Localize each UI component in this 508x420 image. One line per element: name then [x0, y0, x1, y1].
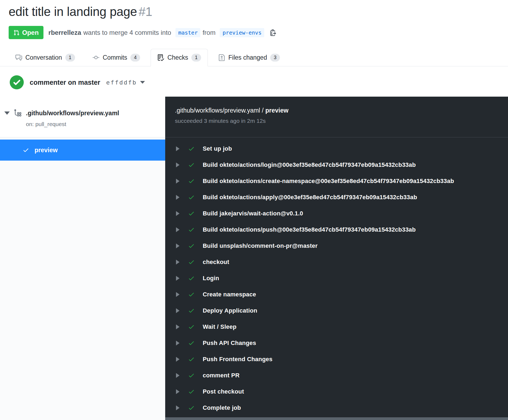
- path-separator: /: [260, 107, 265, 114]
- step-row[interactable]: Deploy Application: [165, 303, 508, 319]
- workflow-group: .github/workflows/preview.yaml on: pull_…: [0, 97, 165, 137]
- step-row[interactable]: Post checkout: [165, 384, 508, 400]
- expand-step-icon[interactable]: [176, 357, 180, 362]
- page-title: edit title in landing page#1: [9, 4, 499, 19]
- steps-list: Set up job Build okteto/actions/login@00…: [165, 137, 508, 416]
- step-row[interactable]: Build jakejarvis/wait-action@v0.1.0: [165, 205, 508, 222]
- commit-sha[interactable]: effddfb: [106, 79, 137, 86]
- workflow-path: .github/workflows/preview.yaml: [175, 107, 260, 114]
- step-name: Wait / Sleep: [203, 323, 236, 330]
- step-row[interactable]: Push Frontend Changes: [165, 351, 508, 367]
- checks-main: .github/workflows/preview.yaml on: pull_…: [0, 97, 508, 420]
- sidebar-job-preview[interactable]: preview: [0, 140, 165, 161]
- expand-step-icon[interactable]: [176, 179, 180, 184]
- step-row[interactable]: Build okteto/actions/login@00e3ef35e8ed4…: [165, 157, 508, 173]
- step-success-check-icon: [188, 307, 195, 314]
- tab-checks[interactable]: Checks 1: [151, 49, 208, 66]
- step-success-check-icon: [188, 372, 195, 379]
- step-row[interactable]: Push API Changes: [165, 335, 508, 351]
- expand-step-icon[interactable]: [176, 373, 180, 378]
- expand-step-icon[interactable]: [176, 405, 180, 410]
- expand-step-icon[interactable]: [176, 227, 180, 232]
- pr-state-label: Open: [22, 29, 39, 36]
- step-success-check-icon: [188, 178, 195, 184]
- job-name: preview: [35, 147, 58, 154]
- merge-text: wants to merge 4 commits into: [83, 29, 171, 36]
- pr-author-link[interactable]: rberrelleza: [48, 29, 81, 36]
- expand-step-icon[interactable]: [176, 389, 180, 394]
- step-name: Build okteto/actions/apply@00e3ef35e8ed4…: [203, 194, 417, 201]
- step-name: checkout: [203, 259, 229, 266]
- workflow-icon: [13, 109, 22, 117]
- step-success-check-icon: [188, 194, 195, 201]
- pr-number: #1: [139, 5, 153, 19]
- step-row[interactable]: Build okteto/actions/push@00e3ef35e8ed47…: [165, 222, 508, 238]
- step-name: Push API Changes: [203, 340, 256, 347]
- git-commit-icon: [92, 54, 100, 61]
- pr-title-text: edit title in landing page: [9, 5, 137, 19]
- job-status-line: succeeded 3 minutes ago in 2m 12s: [175, 118, 498, 124]
- step-name: Build okteto/actions/push@00e3ef35e8ed47…: [203, 226, 416, 233]
- workflow-header[interactable]: .github/workflows/preview.yaml: [4, 109, 161, 117]
- expand-step-icon[interactable]: [176, 260, 180, 265]
- step-row[interactable]: Build unsplash/comment-on-pr@master: [165, 238, 508, 254]
- tab-files-changed[interactable]: Files changed 3: [212, 49, 287, 66]
- step-success-check-icon: [188, 324, 195, 330]
- step-name: Set up job: [203, 145, 232, 152]
- step-row[interactable]: Complete job: [165, 400, 508, 416]
- tab-conversation[interactable]: Conversation 1: [9, 49, 82, 66]
- collapse-workflow-icon[interactable]: [4, 111, 10, 115]
- step-success-check-icon: [188, 162, 195, 168]
- expand-step-icon[interactable]: [176, 211, 180, 216]
- job-panel-header: .github/workflows/preview.yaml / preview…: [165, 97, 508, 137]
- expand-step-icon[interactable]: [176, 341, 180, 346]
- step-row[interactable]: Create namespace: [165, 286, 508, 303]
- step-row[interactable]: Login: [165, 270, 508, 286]
- expand-step-icon[interactable]: [176, 195, 180, 200]
- pr-tab-bar: Conversation 1 Commits 4 Checks 1 Files …: [0, 49, 508, 66]
- copy-branch-button[interactable]: [270, 29, 277, 37]
- step-success-check-icon: [188, 356, 195, 363]
- step-name: Login: [203, 275, 219, 282]
- expand-step-icon[interactable]: [176, 146, 180, 151]
- expand-step-icon[interactable]: [176, 292, 180, 297]
- tab-count-badge: 4: [130, 54, 140, 62]
- expand-step-icon[interactable]: [176, 308, 180, 313]
- step-name: Build okteto/actions/login@00e3ef35e8ed4…: [203, 161, 416, 168]
- git-pull-request-icon: [13, 29, 19, 36]
- step-row[interactable]: comment PR: [165, 367, 508, 384]
- job-panel-title: .github/workflows/preview.yaml / preview: [175, 107, 498, 114]
- step-row[interactable]: Set up job: [165, 141, 508, 157]
- expand-step-icon[interactable]: [176, 324, 180, 329]
- tab-label: Checks: [167, 54, 188, 61]
- step-name: comment PR: [203, 372, 239, 379]
- base-branch-label[interactable]: master: [175, 28, 200, 37]
- step-success-check-icon: [188, 405, 195, 411]
- step-row[interactable]: Build okteto/actions/apply@00e3ef35e8ed4…: [165, 189, 508, 205]
- step-name: Complete job: [203, 404, 241, 411]
- step-name: Create namespace: [203, 291, 256, 298]
- job-panel-job-name: preview: [265, 107, 289, 114]
- workflow-sidebar: .github/workflows/preview.yaml on: pull_…: [0, 97, 165, 420]
- step-row[interactable]: Build okteto/actions/create-namespace@00…: [165, 173, 508, 189]
- step-row[interactable]: checkout: [165, 254, 508, 270]
- check-run-title: commenter on master: [30, 79, 100, 86]
- head-branch-label[interactable]: preview-envs: [220, 28, 264, 37]
- expand-step-icon[interactable]: [176, 162, 180, 167]
- step-name: Post checkout: [203, 388, 244, 395]
- expand-step-icon[interactable]: [176, 243, 180, 248]
- tab-count-badge: 1: [65, 54, 75, 62]
- tab-count-badge: 1: [191, 54, 201, 62]
- chevron-down-icon[interactable]: [140, 81, 145, 84]
- tab-commits[interactable]: Commits 4: [86, 49, 147, 66]
- step-name: Build jakejarvis/wait-action@v0.1.0: [203, 210, 303, 217]
- tab-label: Files changed: [228, 54, 267, 61]
- step-name: Build okteto/actions/create-namespace@00…: [203, 178, 454, 185]
- step-success-check-icon: [188, 243, 195, 249]
- merge-text-from: from: [202, 29, 215, 36]
- horizontal-scrollbar[interactable]: [165, 417, 508, 420]
- step-row[interactable]: Wait / Sleep: [165, 319, 508, 335]
- comment-discussion-icon: [15, 54, 22, 61]
- expand-step-icon[interactable]: [176, 276, 180, 281]
- tab-label: Conversation: [25, 54, 62, 61]
